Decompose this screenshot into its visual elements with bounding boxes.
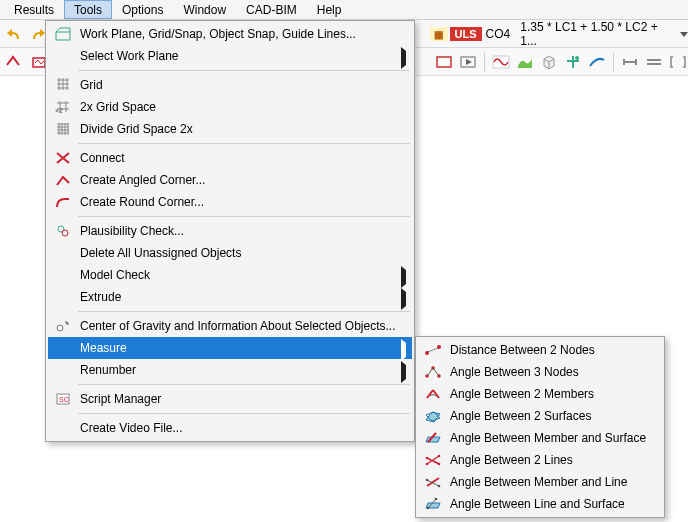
separator [78, 216, 410, 217]
sine-icon[interactable] [490, 51, 512, 73]
label: Tools [74, 3, 102, 17]
menu-cadbim[interactable]: CAD-BIM [236, 0, 307, 19]
label: Select Work Plane [76, 49, 394, 63]
cog-icon [50, 315, 76, 337]
mi-griddiv[interactable]: Divide Grid Space 2x [48, 118, 412, 140]
submenu-arrow-icon [401, 365, 406, 379]
sm-angms[interactable]: Angle Between Member and Surface [418, 427, 662, 449]
blank-icon [50, 417, 76, 439]
round-icon [50, 191, 76, 213]
menu-help[interactable]: Help [307, 0, 352, 19]
mi-delete-unassigned[interactable]: Delete All Unassigned Objects [48, 242, 412, 264]
svg-point-27 [426, 479, 429, 482]
mi-select-workplane[interactable]: Select Work Plane [48, 45, 412, 67]
bracket-icon[interactable] [667, 51, 688, 73]
menu-window[interactable]: Window [173, 0, 236, 19]
svg-point-29 [427, 507, 430, 510]
mi-extrude[interactable]: Extrude [48, 286, 412, 308]
mi-grid2x[interactable]: ×2 2x Grid Space [48, 96, 412, 118]
svg-point-23 [426, 463, 429, 466]
separator [78, 384, 410, 385]
sm-ang2l[interactable]: Angle Between 2 Lines [418, 449, 662, 471]
submenu-arrow-icon [401, 270, 406, 284]
tool-a-icon[interactable] [1, 51, 25, 73]
menu-results[interactable]: Results [4, 0, 64, 19]
mi-grid[interactable]: Grid [48, 74, 412, 96]
label: Measure [76, 341, 394, 355]
label: Angle Between 2 Members [446, 387, 644, 401]
toolbar-right: ▦ ULS CO4 1.35 * LC1 + 1.50 * LC2 + 1... [430, 20, 688, 48]
label: Delete All Unassigned Objects [76, 246, 394, 260]
mi-workplane[interactable]: Work Plane, Grid/Snap, Object Snap, Guid… [48, 23, 412, 45]
cube-icon[interactable] [538, 51, 560, 73]
angml-icon [420, 471, 446, 493]
label: Create Video File... [76, 421, 394, 435]
frame-icon[interactable] [433, 51, 455, 73]
combo-expression[interactable]: 1.35 * LC1 + 1.50 * LC2 + 1... [520, 20, 674, 48]
label: Angle Between Line and Surface [446, 497, 644, 511]
svg-rect-5 [623, 61, 637, 63]
separator [613, 52, 614, 72]
mi-model-check[interactable]: Model Check [48, 264, 412, 286]
mi-video[interactable]: Create Video File... [48, 417, 412, 439]
mi-script[interactable]: SC Script Manager [48, 388, 412, 410]
sm-ang2m[interactable]: Angle Between 2 Members [418, 383, 662, 405]
svg-point-30 [435, 498, 438, 501]
sm-ang2s[interactable]: Angle Between 2 Surfaces [418, 405, 662, 427]
hbar-icon[interactable] [619, 51, 641, 73]
separator [78, 311, 410, 312]
svg-rect-7 [635, 59, 637, 65]
ang2l-icon [420, 449, 446, 471]
svg-rect-6 [623, 59, 625, 65]
grid2x-icon: ×2 [50, 96, 76, 118]
mi-angled[interactable]: Create Angled Corner... [48, 169, 412, 191]
svg-rect-9 [647, 63, 661, 65]
sm-angml[interactable]: Angle Between Member and Line [418, 471, 662, 493]
svg-rect-10 [56, 32, 70, 40]
mi-renumber[interactable]: Renumber [48, 359, 412, 381]
label: CAD-BIM [246, 3, 297, 17]
menu-options[interactable]: Options [112, 0, 173, 19]
dist-nodes-icon [420, 339, 446, 361]
sm-dist2n[interactable]: Distance Between 2 Nodes [418, 339, 662, 361]
submenu-arrow-icon [401, 51, 406, 65]
tools-dropdown: Work Plane, Grid/Snap, Object Snap, Guid… [45, 20, 415, 442]
svg-point-24 [438, 455, 441, 458]
angled-icon [50, 169, 76, 191]
label: Create Angled Corner... [76, 173, 394, 187]
surface-icon[interactable] [514, 51, 536, 73]
svg-text:SC: SC [59, 396, 69, 403]
eqbar-icon[interactable] [643, 51, 665, 73]
measure-submenu: Distance Between 2 Nodes Angle Between 3… [415, 336, 665, 518]
separator [78, 413, 410, 414]
mi-connect[interactable]: Connect [48, 147, 412, 169]
sm-ang3n[interactable]: Angle Between 3 Nodes [418, 361, 662, 383]
menu-tools[interactable]: Tools [64, 0, 112, 19]
undo-icon[interactable] [3, 23, 25, 45]
mi-measure[interactable]: Measure [48, 337, 412, 359]
label: Model Check [76, 268, 394, 282]
label: Results [14, 3, 54, 17]
blank-icon [50, 242, 76, 264]
ang2s-icon [420, 405, 446, 427]
label: Angle Between 3 Nodes [446, 365, 644, 379]
play-icon[interactable] [457, 51, 479, 73]
svg-point-4 [575, 56, 579, 60]
svg-rect-8 [647, 59, 661, 61]
toolbar-2-right [432, 48, 688, 76]
script-icon: SC [50, 388, 76, 410]
stroke-icon[interactable] [586, 51, 608, 73]
separator [78, 70, 410, 71]
sm-angls[interactable]: Angle Between Line and Surface [418, 493, 662, 515]
label: Distance Between 2 Nodes [446, 343, 644, 357]
mi-cog[interactable]: Center of Gravity and Information About … [48, 315, 412, 337]
svg-point-25 [426, 457, 429, 460]
submenu-arrow-icon [401, 292, 406, 306]
mi-round[interactable]: Create Round Corner... [48, 191, 412, 213]
svg-point-13 [62, 230, 68, 236]
mi-plausibility[interactable]: Plausibility Check... [48, 220, 412, 242]
dropdown-arrow-icon[interactable] [680, 30, 688, 38]
label: Divide Grid Space 2x [76, 122, 394, 136]
label: Renumber [76, 363, 394, 377]
cross-icon[interactable] [562, 51, 584, 73]
